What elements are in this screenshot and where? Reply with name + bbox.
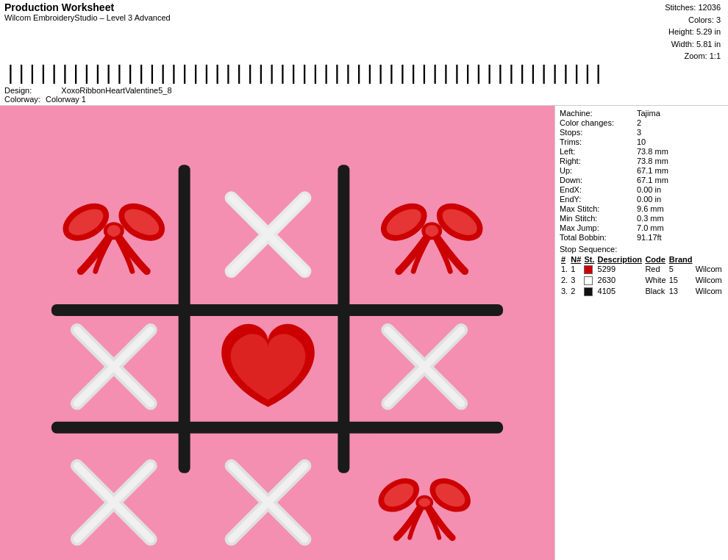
- zoom-label: Zoom:: [684, 51, 707, 60]
- cell-num: 1.: [560, 264, 569, 275]
- colorway-value: Colorway 1: [46, 95, 86, 104]
- cell-code: 13: [668, 286, 694, 297]
- cell-desc: White: [643, 275, 667, 286]
- table-row: 3. 2 4105 Black 13 Wilcom: [560, 286, 724, 297]
- colorway-info: Colorway: Colorway 1: [4, 95, 724, 104]
- height-row: Height: 5.29 in: [665, 26, 721, 38]
- table-row: 2. 3 2630 White 15 Wilcom: [560, 275, 724, 286]
- cell-brand: Wilcom: [694, 264, 724, 275]
- stop-table-body: 1. 1 5299 Red 5 Wilcom 2. 3 2630 White 1…: [560, 264, 724, 297]
- width-value: 5.81 in: [696, 40, 721, 49]
- design-label: Design:: [4, 86, 32, 95]
- col-desc: Description: [596, 255, 644, 264]
- machine-info-row: Right:73.8 mm: [560, 157, 724, 165]
- barcode: ||||||||||||||||||||||||||||||||||||||||…: [4, 64, 724, 85]
- machine-info-row: Up:67.1 mm: [560, 166, 724, 175]
- design-name: XoxoRibbonHeartValentine5_8: [61, 86, 171, 95]
- machine-info-row: EndX:0.00 in: [560, 185, 724, 194]
- machine-info-row: Down:67.1 mm: [560, 176, 724, 184]
- stitches-label: Stitches:: [665, 3, 696, 12]
- width-label: Width:: [671, 40, 694, 49]
- col-st: St.: [582, 255, 596, 264]
- stop-table: # N# St. Description Code Brand 1. 1 529…: [560, 255, 724, 297]
- colors-label: Colors:: [688, 15, 714, 24]
- zoom-row: Zoom: 1:1: [665, 50, 721, 62]
- col-brand: Brand: [668, 255, 694, 264]
- cell-n: 1: [569, 264, 582, 275]
- page-title: Production Worksheet: [4, 1, 171, 13]
- cell-brand: Wilcom: [694, 275, 724, 286]
- main-content: Machine:TajimaColor changes:2Stops:3Trim…: [0, 106, 728, 561]
- cell-swatch: [582, 264, 596, 275]
- stop-sequence-title: Stop Sequence:: [560, 245, 724, 254]
- colors-value: 3: [716, 15, 721, 24]
- machine-info-row: Trims:10: [560, 137, 724, 146]
- subtitle: Wilcom EmbroideryStudio – Level 3 Advanc…: [4, 13, 171, 22]
- embroidery-svg: [0, 106, 554, 561]
- cell-stitch: 5299: [596, 264, 644, 275]
- machine-info-row: EndY:0.00 in: [560, 195, 724, 204]
- table-row: 1. 1 5299 Red 5 Wilcom: [560, 264, 724, 275]
- table-header-row: # N# St. Description Code Brand: [560, 255, 724, 264]
- machine-info-row: Left:73.8 mm: [560, 147, 724, 156]
- zoom-value: 1:1: [710, 51, 721, 60]
- machine-info-row: Max Stitch:9.6 mm: [560, 204, 724, 213]
- cell-swatch: [582, 286, 596, 297]
- svg-rect-3: [51, 304, 503, 316]
- cell-code: 5: [668, 264, 694, 275]
- col-code: Code: [643, 255, 667, 264]
- svg-rect-4: [51, 421, 503, 433]
- machine-info-row: Min Stitch:0.3 mm: [560, 214, 724, 223]
- right-panel: Machine:TajimaColor changes:2Stops:3Trim…: [555, 106, 728, 561]
- col-num: #: [560, 255, 569, 264]
- cell-num: 2.: [560, 275, 569, 286]
- machine-info: Machine:TajimaColor changes:2Stops:3Trim…: [560, 109, 724, 242]
- machine-info-row: Machine:Tajima: [560, 109, 724, 118]
- height-value: 5.29 in: [696, 27, 721, 36]
- stitches-row: Stitches: 12036: [665, 1, 721, 14]
- design-info: Design: XoxoRibbonHeartValentine5_8: [4, 86, 724, 95]
- col-n: N#: [569, 255, 582, 264]
- canvas-area: [0, 106, 555, 561]
- machine-info-row: Color changes:2: [560, 118, 724, 127]
- cell-desc: Black: [643, 286, 667, 297]
- machine-info-row: Stops:3: [560, 128, 724, 137]
- cell-n: 2: [569, 286, 582, 297]
- cell-num: 3.: [560, 286, 569, 297]
- colors-row: Colors: 3: [665, 14, 721, 26]
- width-row: Width: 5.81 in: [665, 38, 721, 51]
- cell-stitch: 2630: [596, 275, 644, 286]
- header: Production Worksheet Wilcom EmbroiderySt…: [0, 0, 728, 106]
- machine-info-row: Max Jump:7.0 mm: [560, 223, 724, 232]
- height-label: Height:: [668, 27, 694, 36]
- cell-stitch: 4105: [596, 286, 644, 297]
- cell-swatch: [582, 275, 596, 286]
- colorway-label: Colorway:: [4, 95, 40, 104]
- cell-desc: Red: [643, 264, 667, 275]
- cell-brand: Wilcom: [694, 286, 724, 297]
- stitches-value: 12036: [698, 3, 721, 12]
- machine-info-row: Total Bobbin:91.17ft: [560, 233, 724, 242]
- cell-n: 3: [569, 275, 582, 286]
- stop-sequence: Stop Sequence: # N# St. Description Code…: [560, 245, 724, 297]
- cell-code: 15: [668, 275, 694, 286]
